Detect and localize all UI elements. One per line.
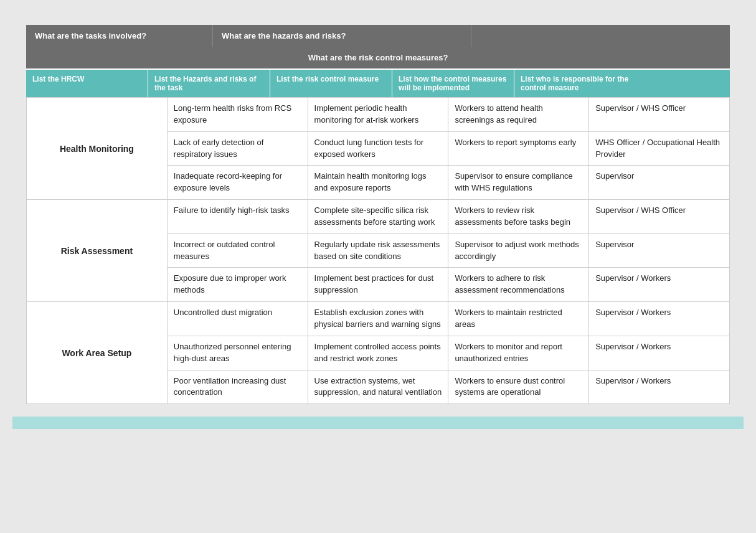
sub-header-col5: List who is responsible for the control … xyxy=(514,70,636,97)
responsible-cell: Supervisor xyxy=(589,166,730,200)
sub-header-col2: List the Hazards and risks of the task xyxy=(148,70,270,97)
top-header-col3: What are the risk control measures? xyxy=(26,47,730,68)
implementation-cell: Workers to adhere to risk assessment rec… xyxy=(448,268,589,302)
responsible-cell: Supervisor / WHS Officer xyxy=(589,98,730,132)
category-1: Risk Assessment xyxy=(27,200,168,302)
responsible-cell: Supervisor / Workers xyxy=(589,268,730,302)
hazard-cell: Exposure due to improper work methods xyxy=(167,268,308,302)
responsible-cell: Supervisor / Workers xyxy=(589,302,730,336)
control-cell: Maintain health monitoring logs and expo… xyxy=(308,166,448,200)
table-row: Risk AssessmentFailure to identify high-… xyxy=(27,200,730,234)
implementation-cell: Workers to monitor and report unauthoriz… xyxy=(448,336,589,370)
category-0: Health Monitoring xyxy=(27,98,168,200)
responsible-cell: Supervisor / WHS Officer xyxy=(589,200,730,234)
responsible-cell: WHS Officer / Occupational Health Provid… xyxy=(589,131,730,166)
implementation-cell: Workers to attend health screenings as r… xyxy=(448,98,589,132)
table-row: Health MonitoringLong-term health risks … xyxy=(27,98,730,132)
implementation-cell: Workers to maintain restricted areas xyxy=(448,302,589,336)
hazard-cell: Incorrect or outdated control measures xyxy=(167,233,308,268)
responsible-cell: Supervisor xyxy=(589,233,730,268)
sub-header-col1: List the HRCW xyxy=(26,70,148,97)
implementation-cell: Workers to ensure dust control systems a… xyxy=(448,370,589,404)
control-cell: Regularly update risk assessments based … xyxy=(308,233,448,268)
implementation-cell: Supervisor to adjust work methods accord… xyxy=(448,233,589,268)
implementation-cell: Supervisor to ensure compliance with WHS… xyxy=(448,166,589,200)
control-cell: Implement controlled access points and r… xyxy=(308,336,448,370)
control-cell: Establish exclusion zones with physical … xyxy=(308,302,448,336)
top-header: What are the tasks involved? What are th… xyxy=(26,25,730,68)
responsible-cell: Supervisor / Workers xyxy=(589,370,730,404)
bottom-bar xyxy=(12,417,744,429)
table-body: Health MonitoringLong-term health risks … xyxy=(26,97,730,404)
implementation-cell: Workers to report symptoms early xyxy=(448,131,589,166)
main-table: What are the tasks involved? What are th… xyxy=(26,25,730,404)
control-cell: Use extraction systems, wet suppression,… xyxy=(308,370,448,404)
hazard-cell: Inadequate record-keeping for exposure l… xyxy=(167,166,308,200)
control-cell: Implement periodic health monitoring for… xyxy=(308,98,448,132)
control-cell: Implement best practices for dust suppre… xyxy=(308,268,448,302)
category-2: Work Area Setup xyxy=(27,302,168,404)
sub-header: List the HRCW List the Hazards and risks… xyxy=(26,68,730,97)
sub-header-col4: List how the control measures will be im… xyxy=(392,70,514,97)
hazard-cell: Uncontrolled dust migration xyxy=(167,302,308,336)
hazard-cell: Failure to identify high-risk tasks xyxy=(167,200,308,234)
hazard-cell: Long-term health risks from RCS exposure xyxy=(167,98,308,132)
control-cell: Conduct lung function tests for exposed … xyxy=(308,131,448,166)
top-header-col1: What are the tasks involved? xyxy=(26,25,213,47)
hazard-cell: Poor ventilation increasing dust concent… xyxy=(167,370,308,404)
control-cell: Complete site-specific silica risk asses… xyxy=(308,200,448,234)
table-row: Work Area SetupUncontrolled dust migrati… xyxy=(27,302,730,336)
hazard-cell: Lack of early detection of respiratory i… xyxy=(167,131,308,166)
sub-header-col3: List the risk control measure xyxy=(270,70,392,97)
data-table: Health MonitoringLong-term health risks … xyxy=(26,97,730,404)
responsible-cell: Supervisor / Workers xyxy=(589,336,730,370)
implementation-cell: Workers to review risk assessments befor… xyxy=(448,200,589,234)
hazard-cell: Unauthorized personnel entering high-dus… xyxy=(167,336,308,370)
top-header-col2: What are the hazards and risks? xyxy=(213,25,471,47)
